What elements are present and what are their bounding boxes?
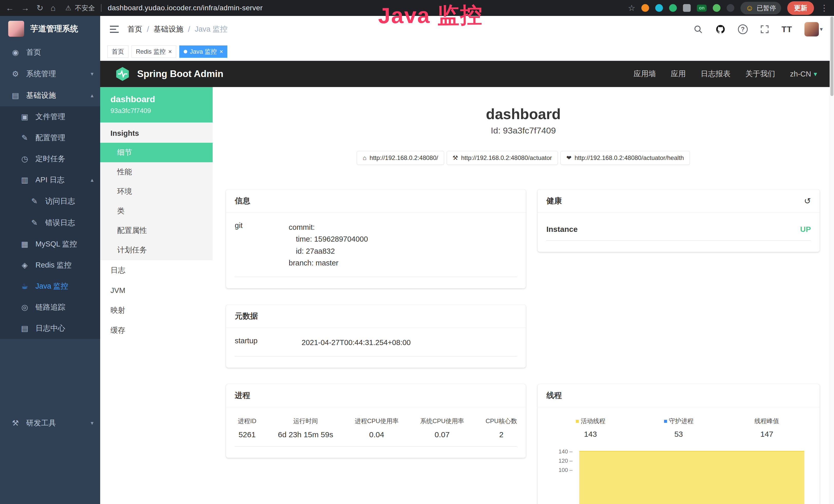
- ext-pin-icon[interactable]: [727, 4, 734, 12]
- sidebar-item-config-manage[interactable]: ✎ 配置管理: [0, 127, 100, 148]
- ext-leaf-icon[interactable]: [713, 4, 721, 12]
- sba-logo-icon: [114, 66, 130, 82]
- home-icon[interactable]: ⌂: [50, 4, 56, 12]
- legend-label: 活动线程: [581, 417, 606, 425]
- sba-item-environment[interactable]: 环境: [100, 182, 213, 201]
- ext-fox-icon[interactable]: [641, 4, 649, 12]
- threads-legend: ■ 活动线程 143 ■ 守护进程: [546, 416, 811, 438]
- sidebar-item-home[interactable]: ◉ 首页: [0, 42, 100, 63]
- sidebar-item-api-log[interactable]: ▥ API 日志 ▴: [0, 169, 100, 190]
- sba-item-details[interactable]: 细节: [100, 143, 213, 162]
- sidebar-item-system[interactable]: ⚙ 系统管理 ▾: [0, 63, 100, 85]
- health-url-button[interactable]: ❤ http://192.168.0.2:48080/actuator/heal…: [561, 151, 690, 165]
- legend-value: 53: [674, 430, 683, 438]
- breadcrumb-home[interactable]: 首页: [127, 24, 142, 35]
- sidebar-item-error-log[interactable]: ✎ 错误日志: [0, 212, 100, 234]
- metadata-card: 元数据 startup 2021-04-27T00:44:31.254+08:0…: [226, 305, 526, 368]
- threads-chart: 140 120 100: [546, 450, 811, 504]
- sba-item-caches[interactable]: 缓存: [100, 320, 213, 340]
- sidebar-item-file-manage[interactable]: ▣ 文件管理: [0, 106, 100, 127]
- sba-item-classes[interactable]: 类: [100, 201, 213, 221]
- sba-nav-wall[interactable]: 应用墙: [634, 69, 656, 79]
- sba-brand[interactable]: Spring Boot Admin: [114, 66, 223, 82]
- sidebar-item-dev-tools[interactable]: ⚒ 研发工具 ▾: [0, 412, 100, 434]
- tab-java-monitor[interactable]: Java 监控 ×: [179, 45, 227, 58]
- info-key: git: [235, 221, 289, 269]
- health-url-label: http://192.168.0.2:48080/actuator/health: [575, 154, 684, 161]
- instance-id: 93a3fc7f7409: [110, 107, 207, 115]
- annotation-text: Java 监控: [378, 0, 483, 31]
- active-threads-area: [579, 451, 804, 504]
- sidebar-item-infra[interactable]: ▤ 基础设施 ▴: [0, 85, 100, 106]
- sidebar-item-label: 首页: [26, 47, 93, 58]
- chevron-up-icon: ▴: [91, 177, 93, 183]
- github-icon[interactable]: [715, 24, 726, 35]
- kebab-menu-icon[interactable]: ⋮: [820, 4, 828, 12]
- sba-navbar: Spring Boot Admin 应用墙 应用 日志报表 关于我们 zh-CN…: [100, 61, 834, 87]
- ext-y-icon[interactable]: [669, 4, 677, 12]
- chrome-update-button[interactable]: 更新: [787, 1, 814, 15]
- fullscreen-icon[interactable]: [760, 25, 769, 34]
- scrollbar-thumb[interactable]: [830, 17, 833, 96]
- address-bar[interactable]: ⚠ 不安全 dashboard.yudao.iocoder.cn/infra/a…: [65, 4, 263, 13]
- app-logo: [8, 21, 24, 37]
- sidebar-item-java-monitor[interactable]: ☕ Java 监控: [0, 276, 100, 297]
- ext-grid-icon[interactable]: [683, 4, 691, 12]
- font-size-icon[interactable]: TT: [782, 25, 792, 34]
- ext-drop-icon[interactable]: [655, 4, 663, 12]
- sba-item-mappings[interactable]: 映射: [100, 300, 213, 320]
- url-text[interactable]: dashboard.yudao.iocoder.cn/infra/admin-s…: [108, 4, 263, 12]
- hamburger-icon[interactable]: [109, 25, 120, 33]
- metadata-row-startup: startup 2021-04-27T00:44:31.254+08:00: [235, 337, 517, 357]
- close-icon[interactable]: ×: [168, 48, 172, 55]
- sidebar-item-redis-monitor[interactable]: ◈ Redis 监控: [0, 255, 100, 276]
- ext-on-badge[interactable]: on: [697, 5, 707, 12]
- health-instance-label: Instance: [546, 225, 578, 234]
- history-icon[interactable]: ↺: [804, 197, 811, 205]
- wrench-icon: ⚒: [453, 155, 458, 161]
- close-icon[interactable]: ×: [219, 48, 223, 55]
- sba-item-jvm[interactable]: JVM: [100, 280, 213, 300]
- sba-item-logs[interactable]: 日志: [100, 260, 213, 280]
- sba-nav-applications[interactable]: 应用: [671, 69, 686, 79]
- y-axis-tick: 140: [550, 448, 572, 455]
- breadcrumb-infra[interactable]: 基础设施: [154, 24, 183, 35]
- forward-icon[interactable]: →: [21, 4, 29, 12]
- sba-item-config-props[interactable]: 配置属性: [100, 221, 213, 240]
- bookmark-star-icon[interactable]: ☆: [628, 4, 635, 12]
- profile-paused-badge[interactable]: ☺ 已暂停: [741, 2, 781, 15]
- tab-label: 首页: [112, 47, 124, 56]
- java-icon: ☕: [20, 282, 29, 290]
- process-header: CPU核心数: [486, 417, 517, 425]
- sba-locale-select[interactable]: zh-CN ▾: [790, 70, 817, 78]
- sidebar-item-label: API 日志: [36, 175, 85, 185]
- service-url-button[interactable]: ⌂ http://192.168.0.2:48080/: [357, 151, 444, 165]
- tab-redis-monitor[interactable]: Redis 监控 ×: [132, 45, 176, 58]
- legend-value: 143: [584, 430, 597, 438]
- sidebar-item-scheduled-jobs[interactable]: ◷ 定时任务: [0, 148, 100, 169]
- sidebar-item-access-log[interactable]: ✎ 访问日志: [0, 190, 100, 212]
- sba-nav-journal[interactable]: 日志报表: [701, 69, 730, 79]
- sidebar-item-log-center[interactable]: ▤ 日志中心: [0, 318, 100, 339]
- insights-group: Insights 细节 性能 环境 类 配置属性 计划任务: [100, 122, 213, 260]
- back-icon[interactable]: ←: [6, 4, 14, 12]
- search-icon[interactable]: [693, 24, 703, 34]
- tab-home[interactable]: 首页: [107, 45, 128, 58]
- metadata-value: 2021-04-27T00:44:31.254+08:00: [302, 337, 517, 348]
- actuator-url-button[interactable]: ⚒ http://192.168.0.2:48080/actuator: [447, 151, 558, 165]
- process-value: 2: [499, 430, 503, 439]
- edit-icon: ✎: [20, 134, 29, 142]
- user-avatar[interactable]: [805, 22, 819, 37]
- paused-label: 已暂停: [757, 4, 776, 12]
- sba-item-scheduled-tasks[interactable]: 计划任务: [100, 240, 213, 260]
- sba-nav-about[interactable]: 关于我们: [745, 69, 775, 79]
- log-center-icon: ▤: [20, 324, 29, 332]
- reload-icon[interactable]: ↻: [37, 4, 43, 12]
- sba-item-metrics[interactable]: 性能: [100, 162, 213, 182]
- sidebar-item-trace[interactable]: ◎ 链路追踪: [0, 297, 100, 318]
- help-icon[interactable]: ?: [738, 24, 748, 34]
- git-commit-time: time: 1596289704000: [289, 233, 517, 245]
- legend-label: 守护进程: [669, 417, 694, 425]
- profile-avatar-icon: ☺: [746, 4, 753, 12]
- sidebar-item-mysql-monitor[interactable]: ▦ MySQL 监控: [0, 234, 100, 255]
